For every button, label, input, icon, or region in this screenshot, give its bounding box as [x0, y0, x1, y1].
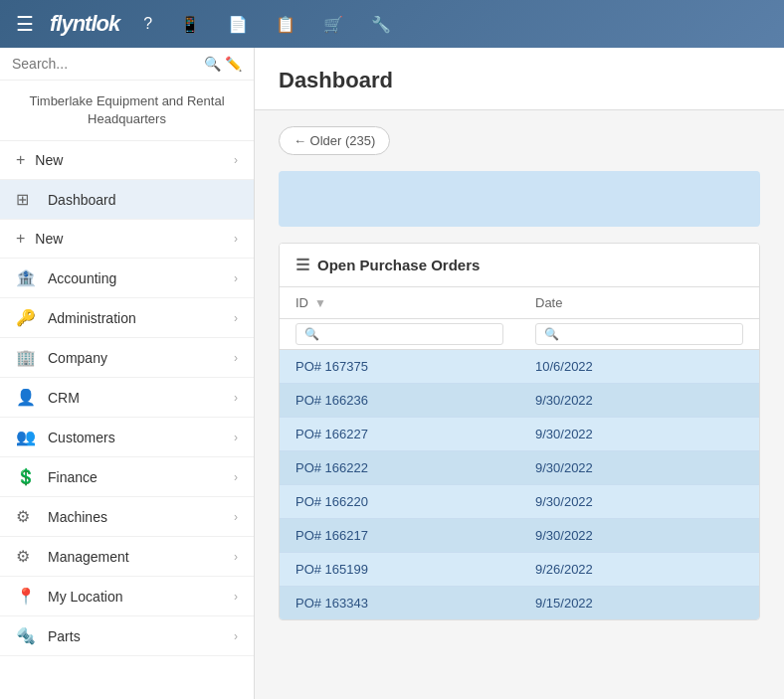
sidebar-item-dashboard[interactable]: ⊞ Dashboard — [0, 180, 254, 220]
help-icon[interactable]: ? — [131, 7, 164, 41]
table-row[interactable]: PO# 166236 9/30/2022 — [280, 384, 759, 418]
chevron-right-icon: › — [234, 629, 238, 643]
chevron-right-icon: › — [234, 470, 238, 484]
sidebar-item-label: Parts — [48, 628, 234, 644]
plus-icon: + — [16, 230, 25, 248]
table-row[interactable]: PO# 167375 10/6/2022 — [280, 350, 759, 384]
company-name: Timberlake Equipment and Rental — [16, 92, 238, 110]
po-id-cell: PO# 166220 — [280, 485, 519, 519]
mobile-icon[interactable]: 📱 — [168, 7, 212, 42]
company-info: Timberlake Equipment and Rental Headquar… — [0, 81, 254, 141]
app-logo: flyntlok — [50, 11, 119, 37]
sidebar-item-new-top[interactable]: + New › — [0, 141, 254, 180]
main-layout: 🔍 ✏️ Timberlake Equipment and Rental Hea… — [0, 48, 784, 699]
table-row[interactable]: PO# 166227 9/30/2022 — [280, 418, 759, 451]
sidebar-item-finance[interactable]: 💲 Finance › — [0, 457, 254, 497]
search-input[interactable] — [12, 56, 200, 72]
company-icon: 🏢 — [16, 348, 38, 367]
po-date-cell: 9/26/2022 — [519, 553, 759, 587]
table-body: PO# 167375 10/6/2022 PO# 166236 9/30/202… — [280, 350, 759, 620]
table-row[interactable]: PO# 166222 9/30/2022 — [280, 451, 759, 485]
sidebar-item-my-location[interactable]: 📍 My Location › — [0, 577, 254, 616]
administration-icon: 🔑 — [16, 308, 38, 327]
chevron-right-icon: › — [234, 311, 238, 325]
chevron-right-icon: › — [234, 550, 238, 564]
customers-icon: 👥 — [16, 428, 38, 446]
po-date-cell: 9/30/2022 — [519, 451, 759, 485]
my-location-icon: 📍 — [16, 587, 38, 606]
cart-icon[interactable]: 🛒 — [311, 7, 355, 42]
sidebar-item-label: Company — [48, 350, 234, 366]
chevron-right-icon: › — [234, 271, 238, 285]
clipboard-icon[interactable]: 📋 — [264, 7, 307, 42]
po-id-cell: PO# 166217 — [280, 519, 519, 553]
id-search-cell — [280, 319, 519, 350]
id-search-input[interactable] — [295, 323, 503, 345]
po-date-cell: 9/30/2022 — [519, 519, 759, 553]
document-icon[interactable]: 📄 — [216, 7, 260, 42]
crm-icon: 👤 — [16, 388, 38, 407]
sidebar-item-label: Machines — [48, 509, 234, 525]
chevron-right-icon: › — [234, 391, 238, 405]
table-row[interactable]: PO# 166217 9/30/2022 — [280, 519, 759, 553]
content-body: ← Older (235) ☰ Open Purchase Orders ID … — [255, 110, 784, 636]
id-column-label: ID — [295, 295, 308, 310]
date-search-cell — [519, 319, 759, 350]
content-header: Dashboard — [255, 48, 784, 110]
chevron-right-icon: › — [234, 351, 238, 365]
sidebar-item-label: Administration — [48, 310, 234, 326]
sidebar-item-accounting[interactable]: 🏦 Accounting › — [0, 259, 254, 298]
sidebar-item-label: New — [35, 152, 234, 168]
sidebar-item-parts[interactable]: 🔩 Parts › — [0, 616, 254, 656]
filter-icon[interactable]: ▼ — [314, 296, 326, 310]
accounting-icon: 🏦 — [16, 268, 38, 287]
table-section-title: Open Purchase Orders — [317, 257, 480, 273]
sidebar-item-new-2[interactable]: + New › — [0, 220, 254, 259]
blue-banner — [279, 171, 760, 227]
chevron-right-icon: › — [234, 153, 238, 167]
column-header-date: Date — [519, 287, 759, 319]
edit-icon[interactable]: ✏️ — [225, 56, 242, 72]
po-id-cell: PO# 163343 — [280, 587, 519, 620]
po-id-cell: PO# 166227 — [280, 418, 519, 451]
table-search-row — [280, 319, 759, 350]
po-date-cell: 9/15/2022 — [519, 587, 759, 620]
parts-icon: 🔩 — [16, 626, 38, 645]
dashboard-icon: ⊞ — [16, 190, 38, 209]
column-header-id: ID ▼ — [280, 287, 519, 319]
date-search-input[interactable] — [535, 323, 743, 345]
sidebar-item-customers[interactable]: 👥 Customers › — [0, 418, 254, 457]
sidebar-item-company[interactable]: 🏢 Company › — [0, 338, 254, 378]
hamburger-icon[interactable]: ☰ — [8, 8, 42, 40]
sidebar-item-label: Dashboard — [48, 192, 238, 208]
chevron-right-icon: › — [234, 431, 238, 444]
search-icon[interactable]: 🔍 — [204, 56, 221, 72]
table-row[interactable]: PO# 166220 9/30/2022 — [280, 485, 759, 519]
po-date-cell: 10/6/2022 — [519, 350, 759, 384]
search-bar: 🔍 ✏️ — [0, 48, 254, 81]
older-button[interactable]: ← Older (235) — [279, 126, 390, 155]
company-sub: Headquarters — [16, 110, 238, 128]
sidebar-item-machines[interactable]: ⚙ Machines › — [0, 497, 254, 537]
page-title: Dashboard — [279, 68, 760, 93]
po-id-cell: PO# 166222 — [280, 451, 519, 485]
po-id-cell: PO# 167375 — [280, 350, 519, 384]
management-icon: ⚙ — [16, 547, 38, 566]
table-row[interactable]: PO# 163343 9/15/2022 — [280, 587, 759, 620]
po-date-cell: 9/30/2022 — [519, 418, 759, 451]
tools-icon[interactable]: 🔧 — [359, 7, 403, 42]
sidebar-item-label: CRM — [48, 390, 234, 406]
sidebar-item-management[interactable]: ⚙ Management › — [0, 537, 254, 577]
po-date-cell: 9/30/2022 — [519, 485, 759, 519]
sidebar-item-crm[interactable]: 👤 CRM › — [0, 378, 254, 418]
plus-icon: + — [16, 151, 25, 169]
table-section-header: ☰ Open Purchase Orders — [280, 244, 759, 287]
sidebar: 🔍 ✏️ Timberlake Equipment and Rental Hea… — [0, 48, 255, 699]
po-id-cell: PO# 166236 — [280, 384, 519, 418]
sidebar-item-label: Accounting — [48, 270, 234, 286]
purchase-orders-table: ID ▼ Date — [280, 287, 759, 619]
table-row[interactable]: PO# 165199 9/26/2022 — [280, 553, 759, 587]
sidebar-item-administration[interactable]: 🔑 Administration › — [0, 298, 254, 338]
list-icon: ☰ — [295, 256, 309, 274]
finance-icon: 💲 — [16, 467, 38, 486]
